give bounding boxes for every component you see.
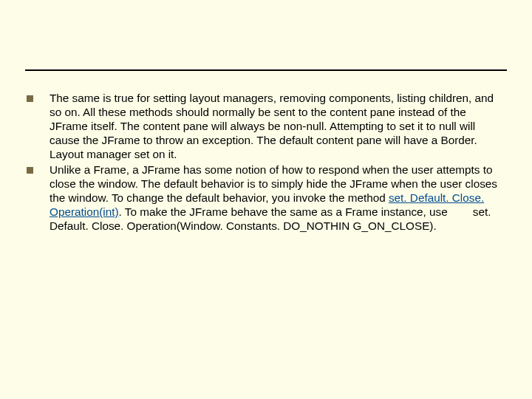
square-bullet-icon bbox=[27, 167, 33, 174]
list-item: The same is true for setting layout mana… bbox=[27, 92, 504, 162]
title-separator bbox=[25, 21, 507, 71]
square-bullet-icon bbox=[27, 95, 33, 102]
bullet-text: The same is true for setting layout mana… bbox=[50, 92, 504, 162]
slide: The same is true for setting layout mana… bbox=[0, 0, 532, 399]
bullet-text: Unlike a Frame, a JFrame has some notion… bbox=[50, 163, 504, 233]
content-area: The same is true for setting layout mana… bbox=[25, 92, 507, 233]
list-item: Unlike a Frame, a JFrame has some notion… bbox=[27, 163, 504, 233]
